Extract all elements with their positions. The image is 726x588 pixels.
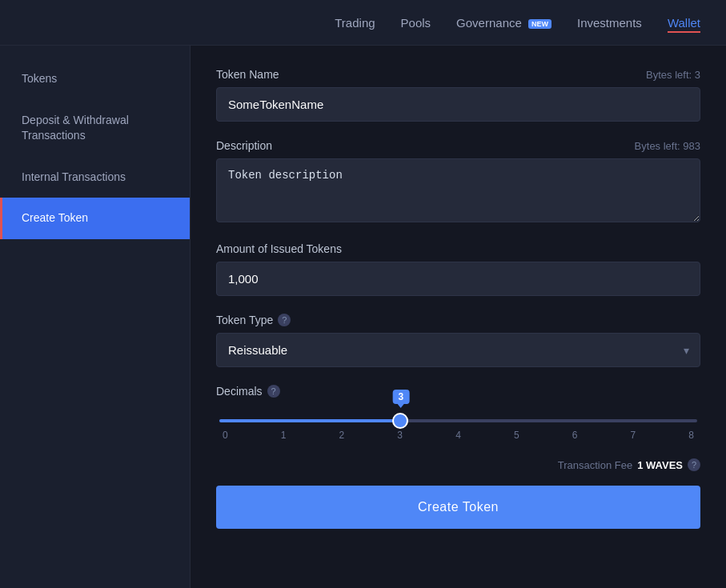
tick-5: 5 xyxy=(514,430,519,441)
token-type-field-group: Token Type ? Reissuable Non-reissuable ▾ xyxy=(216,314,700,367)
nav-item-pools[interactable]: Pools xyxy=(401,13,431,33)
fee-value: 1 WAVES xyxy=(637,459,683,471)
tick-6: 6 xyxy=(572,430,578,441)
token-name-label: Token Name xyxy=(216,68,279,81)
amount-input[interactable] xyxy=(216,262,700,296)
sidebar: Tokens Deposit & Withdrawal Transactions… xyxy=(0,46,191,588)
description-label: Description xyxy=(216,139,272,152)
token-type-select[interactable]: Reissuable Non-reissuable xyxy=(216,333,700,367)
tick-1: 1 xyxy=(281,430,287,441)
tick-2: 2 xyxy=(339,430,345,441)
top-nav: Trading Pools Governance NEW Investments… xyxy=(0,0,726,46)
decimals-label-row: Decimals ? xyxy=(216,385,700,398)
slider-thumb-label: 3 xyxy=(393,390,410,404)
amount-field-group: Amount of Issued Tokens xyxy=(216,242,700,296)
decimals-section: Decimals ? 3 0 1 2 3 4 5 6 7 8 xyxy=(216,385,700,441)
nav-item-investments[interactable]: Investments xyxy=(577,13,642,33)
nav-item-governance[interactable]: Governance NEW xyxy=(456,13,552,33)
slider-track-wrapper: 3 0 1 2 3 4 5 6 7 8 xyxy=(216,412,700,441)
token-name-input[interactable] xyxy=(216,87,700,122)
nav-items: Trading Pools Governance NEW Investments… xyxy=(335,13,700,33)
tick-3: 3 xyxy=(397,430,403,441)
sidebar-item-deposit-withdrawal[interactable]: Deposit & Withdrawal Transactions xyxy=(0,100,190,157)
token-name-label-row: Token Name Bytes left: 3 xyxy=(216,68,700,81)
token-type-label-row: Token Type ? xyxy=(216,314,700,326)
decimals-slider[interactable] xyxy=(219,419,697,422)
token-type-label: Token Type xyxy=(216,314,273,326)
token-name-bytes: Bytes left: 3 xyxy=(646,69,700,81)
sidebar-item-internal-transactions[interactable]: Internal Transactions xyxy=(0,157,190,198)
tick-7: 7 xyxy=(630,430,636,441)
governance-badge: NEW xyxy=(528,19,552,29)
nav-item-trading[interactable]: Trading xyxy=(335,13,375,33)
token-name-field-group: Token Name Bytes left: 3 xyxy=(216,68,700,122)
decimals-help-icon[interactable]: ? xyxy=(267,385,280,398)
tick-4: 4 xyxy=(455,430,461,441)
amount-label-row: Amount of Issued Tokens xyxy=(216,242,700,255)
create-token-button[interactable]: Create Token xyxy=(216,486,700,529)
fee-row: Transaction Fee 1 WAVES ? xyxy=(216,458,700,471)
slider-ticks: 0 1 2 3 4 5 6 7 8 xyxy=(219,430,697,441)
tick-8: 8 xyxy=(688,430,694,441)
description-textarea[interactable] xyxy=(216,158,700,222)
fee-label: Transaction Fee xyxy=(558,459,632,471)
amount-label: Amount of Issued Tokens xyxy=(216,242,342,255)
sidebar-item-tokens[interactable]: Tokens xyxy=(0,58,190,100)
description-bytes: Bytes left: 983 xyxy=(635,140,700,152)
decimals-label: Decimals xyxy=(216,385,263,398)
sidebar-item-create-token[interactable]: Create Token xyxy=(0,198,190,239)
description-label-row: Description Bytes left: 983 xyxy=(216,139,700,152)
fee-help-icon[interactable]: ? xyxy=(688,458,700,471)
main-content: Token Name Bytes left: 3 Description Byt… xyxy=(191,46,726,588)
governance-label: Governance xyxy=(456,16,522,30)
token-type-help-icon[interactable]: ? xyxy=(278,314,291,326)
token-type-select-wrapper: Reissuable Non-reissuable ▾ xyxy=(216,333,700,367)
tick-0: 0 xyxy=(223,430,228,441)
layout: Tokens Deposit & Withdrawal Transactions… xyxy=(0,46,726,588)
description-field-group: Description Bytes left: 983 xyxy=(216,139,700,225)
nav-item-wallet[interactable]: Wallet xyxy=(668,13,700,33)
